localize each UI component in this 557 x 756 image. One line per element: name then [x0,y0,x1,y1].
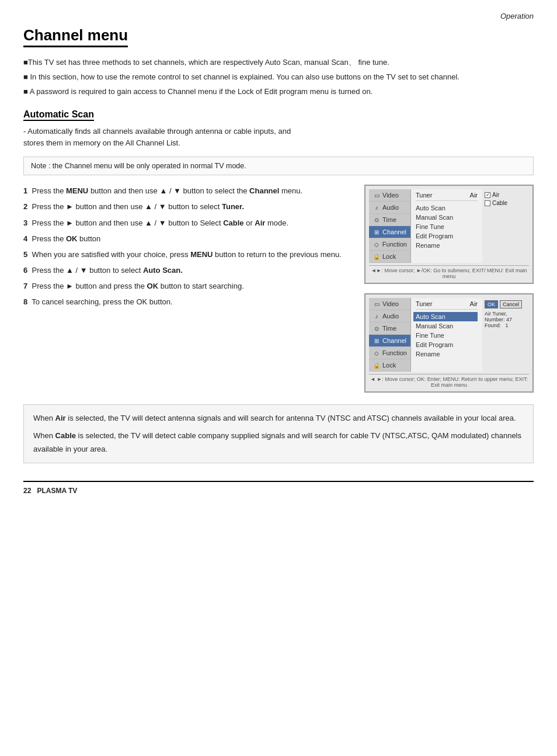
sidebar-time-2[interactable]: ⊙ Time [369,322,410,335]
checkbox-air: ✓ Air [485,192,527,198]
sidebar-video-label: Video [382,192,399,199]
menu-auto-scan-1[interactable]: Auto Scan [416,203,478,213]
intro-section: ■This TV set has three methods to set ch… [23,57,534,98]
tv-footer-2: ◄ ►: Move cursor; OK: Enter; MENU: Retur… [369,374,529,388]
function-icon-2: ◇ [373,349,381,357]
menu-edit-program-1[interactable]: Edit Program [416,231,478,241]
sidebar-lock-1[interactable]: 🔒 Lock [369,251,410,263]
step-7: 7 Press the ► button and press the OK bu… [23,280,353,293]
note-box: Note : the Channel menu will be only ope… [23,157,534,175]
checkbox-air-box[interactable]: ✓ [485,192,490,198]
tv-sidebar-1: ▭ Video ♪ Audio ⊙ Time ⊞ [369,189,411,263]
sidebar-function-2[interactable]: ◇ Function [369,347,410,359]
step-2: 2 Press the ► button and then use ▲ / ▼ … [23,200,353,213]
page-number: 22 [23,487,31,495]
menu-manual-scan-1[interactable]: Manual Scan [416,213,478,222]
menu-rename-2[interactable]: Rename [416,349,478,359]
tv-header-2: Tuner Air [416,300,478,310]
tv-sidebar-2: ▭ Video ♪ Audio ⊙ Time ⊞ [369,298,411,372]
info-box: When Air is selected, the TV will detect… [23,404,534,463]
step-1: 1 Press the MENU button and then use ▲ /… [23,185,353,197]
tuner-label-1: Tuner [416,192,432,199]
ui-screenshots: ▭ Video ♪ Audio ⊙ Time ⊞ [364,185,534,393]
sidebar-time-1[interactable]: ⊙ Time [369,214,410,226]
tuner-value-2: Air [470,300,478,307]
found-text: Found: 1 [485,322,527,328]
video-icon-2: ▭ [373,300,381,308]
audio-icon-2: ♪ [373,312,381,320]
info-line2: When Cable is selected, the TV will dete… [33,429,524,455]
sidebar-lock-label-2: Lock [382,362,396,369]
sidebar-lock-label: Lock [382,253,396,260]
ok-button[interactable]: OK [485,300,498,308]
sidebar-audio-1[interactable]: ♪ Audio [369,202,410,214]
main-content: 1 Press the MENU button and then use ▲ /… [23,185,534,393]
checkbox-cable-box[interactable] [485,200,490,206]
sidebar-function-label: Function [382,241,407,248]
checkbox-cable-label: Cable [492,200,507,206]
menu-auto-scan-2[interactable]: Auto Scan [413,312,478,321]
audio-icon: ♪ [373,203,381,211]
sidebar-video-2[interactable]: ▭ Video [369,298,410,310]
tv-right-panel-2: OK Cancel Air Tuner, Number: 47 Found: 1 [482,298,529,372]
step-6: 6 Press the ▲ / ▼ button to select Auto … [23,264,353,277]
sidebar-function-label-2: Function [382,349,407,356]
function-icon: ◇ [373,240,381,248]
tv-menu-items-1: Auto Scan Manual Scan Fine Tune Edit Pro… [416,203,478,250]
tv-main-panel-2: Tuner Air Auto Scan Manual Scan Fine Tun… [411,298,482,372]
checkbox-cable: Cable [485,200,527,206]
progress-area: Air Tuner, Number: 47 Found: 1 [485,311,527,328]
sidebar-channel-2[interactable]: ⊞ Channel [369,335,410,347]
channel-icon: ⊞ [373,228,381,236]
step-3: 3 Press the ► button and then use ▲ / ▼ … [23,217,353,230]
cancel-button[interactable]: Cancel [500,300,522,308]
instructions: 1 Press the MENU button and then use ▲ /… [23,185,353,311]
sidebar-time-label-2: Time [382,325,396,332]
menu-fine-tune-1[interactable]: Fine Tune [416,222,478,231]
tv-menu-2: ▭ Video ♪ Audio ⊙ Time ⊞ [364,293,534,393]
menu-edit-program-2[interactable]: Edit Program [416,340,478,349]
tv-main-panel-1: Tuner Air Auto Scan Manual Scan Fine Tun… [411,189,482,263]
footer-bar: 22 PLASMA TV [23,481,534,495]
tv-menu-items-2: Auto Scan Manual Scan Fine Tune Edit Pro… [416,312,478,359]
ok-cancel-buttons: OK Cancel [485,300,527,308]
intro-line3: ■ A password is required to gain access … [23,86,534,98]
sidebar-audio-label: Audio [382,204,399,211]
info-line1: When Air is selected, the TV will detect… [33,412,524,425]
tv-menu-1: ▭ Video ♪ Audio ⊙ Time ⊞ [364,185,534,284]
sidebar-lock-2[interactable]: 🔒 Lock [369,359,410,372]
tuner-value-1: Air [470,192,478,199]
menu-rename-1[interactable]: Rename [416,241,478,250]
step-8: 8 To cancel searching, press the OK butt… [23,296,353,308]
sidebar-channel-label: Channel [382,228,406,235]
menu-fine-tune-2[interactable]: Fine Tune [416,331,478,340]
auto-scan-title: Automatic Scan [23,109,94,121]
tuner-label-2: Tuner [416,300,432,307]
step-5: 5 When you are satisfied with your choic… [23,248,353,261]
sidebar-channel-label-2: Channel [382,337,406,344]
page-title: Channel menu [23,26,128,47]
tv-footer-1: ◄►: Move cursor; ►/OK: Go to submenu; EX… [369,265,529,279]
lock-icon: 🔒 [373,252,381,261]
sidebar-channel-1[interactable]: ⊞ Channel [369,226,410,238]
intro-line1: ■This TV set has three methods to set ch… [23,57,534,69]
intro-line2: ■ In this section, how to use the remote… [23,71,534,84]
tv-header-1: Tuner Air [416,192,478,201]
tv-right-panel-1: ✓ Air Cable [482,189,529,263]
channel-icon-2: ⊞ [373,337,381,345]
sidebar-function-1[interactable]: ◇ Function [369,238,410,251]
time-icon: ⊙ [373,216,381,224]
time-icon-2: ⊙ [373,324,381,332]
auto-scan-subtitle: - Automatically finds all channels avail… [23,126,534,148]
sidebar-video-label-2: Video [382,300,399,307]
lock-icon-2: 🔒 [373,361,381,369]
product-name: PLASMA TV [37,487,77,495]
sidebar-audio-label-2: Audio [382,313,399,320]
sidebar-time-label: Time [382,216,396,223]
step-4: 4 Press the OK button [23,233,353,245]
menu-manual-scan-2[interactable]: Manual Scan [416,321,478,331]
operation-label: Operation [23,12,534,20]
sidebar-video-1[interactable]: ▭ Video [369,189,410,202]
sidebar-audio-2[interactable]: ♪ Audio [369,310,410,322]
video-icon: ▭ [373,191,381,199]
